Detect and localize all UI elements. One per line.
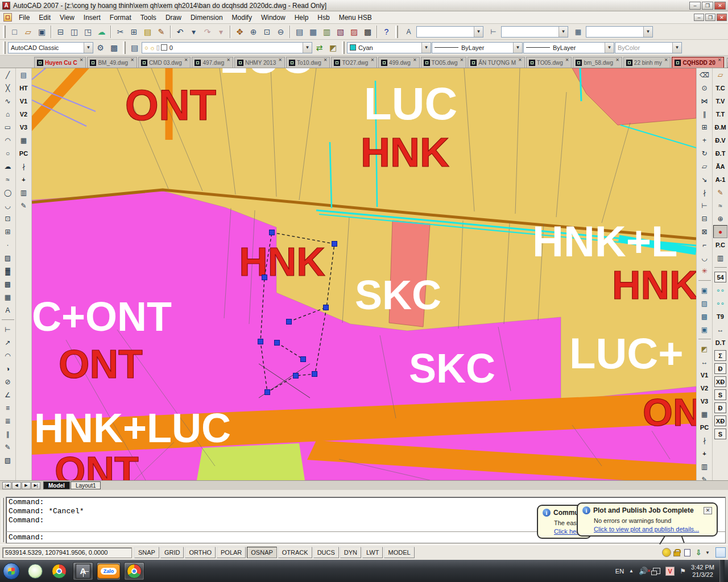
rotate-tool[interactable]: ↻ xyxy=(697,147,712,160)
drawing-canvas[interactable]: LUCONTLUCHNKHNKSKCC+ONTONTSKCLUC+HNK+LHN… xyxy=(32,68,696,480)
doc-tab-7[interactable]: TO27.dwg✕ xyxy=(331,57,377,68)
cut-button[interactable]: ✂ xyxy=(114,25,127,38)
table2-button[interactable]: ▥ xyxy=(713,251,727,264)
fillet-tool[interactable]: ◡ xyxy=(697,251,712,264)
redo-dropdown[interactable]: ▾ xyxy=(214,25,228,38)
grip-handle[interactable] xyxy=(275,340,280,346)
v2-right-button[interactable]: V2 xyxy=(697,381,712,394)
dim-linear-tool[interactable]: ⊢ xyxy=(1,323,15,336)
grip-handle[interactable] xyxy=(332,242,337,247)
toggle-dyn[interactable]: DYN xyxy=(340,547,361,558)
pan-realtime-button[interactable]: ✥ xyxy=(233,25,246,38)
move-tool[interactable]: + xyxy=(697,134,712,147)
line-tool[interactable]: ╱ xyxy=(1,68,15,81)
lengthen-button[interactable]: ↔ xyxy=(697,355,712,368)
balloon-link[interactable]: Click to view plot and publish details..… xyxy=(594,526,712,533)
rectangle-tool[interactable]: ▭ xyxy=(1,120,15,134)
dim-style-combo[interactable]: ▼ xyxy=(501,26,568,38)
layer-color-swatch[interactable] xyxy=(161,44,167,51)
xd2-button[interactable]: XĐ xyxy=(714,415,726,426)
s2-button[interactable]: S xyxy=(714,429,726,439)
undo-dropdown[interactable]: ▾ xyxy=(187,25,200,38)
t9-button[interactable]: T9 xyxy=(713,310,727,323)
construction-line-tool[interactable]: ╳ xyxy=(1,81,15,94)
workspace-settings-button[interactable]: ⚙ xyxy=(94,41,107,54)
dim-aligned-tool[interactable]: ↗ xyxy=(1,336,15,349)
v3-button[interactable]: V3 xyxy=(16,120,31,134)
region-tool[interactable]: ▩ xyxy=(1,277,15,290)
spline-tool[interactable]: ≈ xyxy=(1,173,15,186)
dm-button[interactable]: Đ.M xyxy=(713,120,727,134)
lineweight-combo[interactable]: ByLayer ▼ xyxy=(523,42,614,53)
menu-hsb[interactable]: Hsb xyxy=(313,13,334,23)
close-tab-icon[interactable]: ✕ xyxy=(130,57,134,63)
red-dot-button[interactable]: ● xyxy=(713,225,727,238)
menu-format[interactable]: Format xyxy=(105,13,136,23)
menu-insert[interactable]: Insert xyxy=(79,13,105,23)
doc-tab-3[interactable]: CMD 03.dwg✕ xyxy=(138,57,191,68)
hidden-icons-arrow[interactable]: ▲ xyxy=(629,568,634,573)
network-icon[interactable] xyxy=(653,568,660,574)
chevron-down-icon[interactable]: ▼ xyxy=(559,27,568,37)
layer-on-icon[interactable]: ○ xyxy=(144,44,148,51)
menu-modify[interactable]: Modify xyxy=(228,13,257,23)
dim-angular-tool[interactable]: ∠ xyxy=(1,388,15,401)
dim-baseline-tool[interactable]: ≣ xyxy=(1,414,15,427)
close-tab-icon[interactable]: ✕ xyxy=(615,57,619,63)
stamp-right-button[interactable]: ✎ xyxy=(697,473,712,480)
plus-button[interactable]: + xyxy=(16,173,31,186)
doc-tab-5[interactable]: NHMY 2013✕ xyxy=(234,57,285,68)
toggle-grid[interactable]: GRID xyxy=(160,547,184,558)
zoom-window-button[interactable]: ⊡ xyxy=(260,25,274,38)
dt2-button[interactable]: D.T xyxy=(713,336,727,349)
circle-tool[interactable]: ○ xyxy=(1,147,15,160)
copy-variant-1[interactable]: ▣ xyxy=(697,284,712,297)
s-button[interactable]: S xyxy=(714,389,726,400)
doc-tab-12[interactable]: bm_58.dwg✕ xyxy=(573,57,622,68)
chevron-down-icon[interactable]: ▼ xyxy=(513,43,522,53)
plot-notification-icon[interactable]: ⇩ xyxy=(694,548,703,557)
circles-a-button[interactable]: ∘∘ xyxy=(713,284,727,297)
revcloud-tool[interactable]: ☁ xyxy=(1,160,15,173)
close-tab-icon[interactable]: ✕ xyxy=(565,57,569,63)
toolbar-grip[interactable] xyxy=(3,26,6,38)
v2-button[interactable]: V2 xyxy=(16,107,31,120)
close-tab-icon[interactable]: ✕ xyxy=(370,57,374,63)
layer-freeze-icon[interactable]: ☼ xyxy=(150,44,155,51)
copy-clip-button[interactable]: ⊞ xyxy=(127,25,140,38)
clean-screen-button[interactable] xyxy=(715,547,726,558)
document-icon[interactable] xyxy=(3,13,12,22)
toggle-polar[interactable]: POLAR xyxy=(217,547,246,558)
tv-button[interactable]: T.V xyxy=(713,94,727,107)
xd-button[interactable]: XĐ xyxy=(714,376,726,387)
doc-tab-4[interactable]: 497.dwg✕ xyxy=(192,57,233,68)
dim-radius-tool[interactable]: ◑ xyxy=(1,362,15,375)
grip-handle[interactable] xyxy=(270,230,275,235)
show-desktop-button[interactable] xyxy=(719,560,725,582)
chevron-down-icon[interactable]: ▼ xyxy=(605,43,614,53)
quick-dim-tool[interactable]: ≡ xyxy=(1,401,15,414)
unikey-icon[interactable]: V xyxy=(665,567,675,576)
zoom-realtime-button[interactable]: ⊕ xyxy=(247,25,260,38)
toggle-model[interactable]: MODEL xyxy=(384,547,414,558)
arc-tool[interactable]: ◠ xyxy=(1,134,15,147)
hatch-tool[interactable]: ▨ xyxy=(1,251,15,264)
wave-button[interactable]: ≈ xyxy=(713,199,727,212)
doc-restore-button[interactable]: ❐ xyxy=(705,14,715,21)
balloon-close-icon[interactable]: ✕ xyxy=(704,507,712,514)
layout-nav-button-2[interactable]: ◀ xyxy=(12,482,21,489)
ellipse-arc-tool[interactable]: ◡ xyxy=(1,199,15,212)
dv-button[interactable]: Đ.V xyxy=(713,134,727,147)
grip-handle[interactable] xyxy=(293,373,299,379)
quickcalc-button[interactable]: ▩ xyxy=(361,25,374,38)
close-tab-icon[interactable]: ✕ xyxy=(718,57,722,63)
grip-handle[interactable] xyxy=(287,319,292,325)
make-object-layer-current-button[interactable]: ⇄ xyxy=(313,41,326,54)
doc-tab-14[interactable]: CQHSDD 20✕ xyxy=(672,57,724,68)
toggle-osnap[interactable]: OSNAP xyxy=(247,547,277,558)
grip-handle[interactable] xyxy=(262,275,267,280)
d-button[interactable]: Đ xyxy=(714,363,726,374)
linetype-combo[interactable]: ByLayer ▼ xyxy=(432,42,523,53)
point-tool[interactable]: · xyxy=(1,238,15,251)
chamfer-tool[interactable]: ⌐ xyxy=(697,238,712,251)
